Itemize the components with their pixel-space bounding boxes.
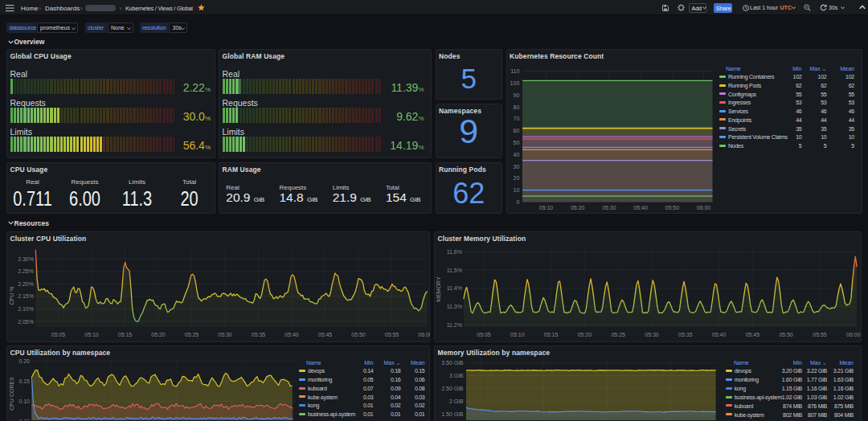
svg-text:05:20: 05:20	[578, 332, 592, 337]
svg-text:110: 110	[510, 68, 519, 74]
svg-text:2.05%: 2.05%	[18, 319, 34, 325]
svg-text:0.10: 0.10	[18, 399, 30, 404]
svg-text:11.5%: 11.5%	[447, 268, 462, 273]
svg-text:05:15: 05:15	[118, 332, 133, 337]
svg-text:2.25%: 2.25%	[18, 268, 34, 274]
svg-text:05:35: 05:35	[252, 332, 266, 337]
svg-text:05:25: 05:25	[611, 332, 625, 337]
svg-text:11.3%: 11.3%	[447, 304, 462, 309]
svg-text:11.2%: 11.2%	[447, 322, 462, 328]
svg-text:80: 80	[513, 104, 519, 109]
svg-text:05:50: 05:50	[665, 204, 679, 210]
svg-text:05:40: 05:40	[285, 332, 299, 337]
svg-text:06:00: 06:00	[696, 204, 710, 210]
svg-text:05:40: 05:40	[712, 332, 727, 337]
svg-text:40: 40	[513, 151, 519, 157]
svg-text:05:10: 05:10	[538, 204, 553, 210]
svg-text:05:50: 05:50	[351, 332, 366, 337]
svg-text:CPU CORES: CPU CORES	[9, 377, 14, 411]
svg-text:05:35: 05:35	[678, 332, 693, 337]
svg-text:0.20: 0.20	[18, 358, 30, 364]
svg-text:05:10: 05:10	[510, 332, 525, 337]
svg-text:05:15: 05:15	[544, 332, 559, 337]
svg-text:05:40: 05:40	[633, 204, 648, 210]
svg-text:11.4%: 11.4%	[447, 285, 462, 291]
svg-text:05:50: 05:50	[779, 332, 793, 337]
svg-text:05:55: 05:55	[385, 332, 399, 337]
svg-text:90: 90	[513, 92, 519, 97]
svg-text:11.6%: 11.6%	[447, 249, 462, 255]
svg-text:05:45: 05:45	[746, 332, 760, 337]
svg-text:05:25: 05:25	[185, 332, 199, 337]
svg-text:1.50 GiB: 1.50 GiB	[441, 411, 464, 417]
svg-text:2.50 GiB: 2.50 GiB	[441, 386, 464, 391]
svg-text:05:05: 05:05	[477, 332, 491, 337]
svg-text:05:30: 05:30	[218, 332, 232, 337]
svg-text:2.15%: 2.15%	[18, 293, 34, 299]
svg-text:05:10: 05:10	[84, 332, 99, 337]
svg-text:CPU %: CPU %	[9, 287, 14, 305]
svg-text:MEMORY: MEMORY	[436, 276, 441, 302]
svg-text:05:45: 05:45	[318, 332, 333, 337]
svg-text:2.20%: 2.20%	[18, 281, 34, 287]
svg-text:0.15: 0.15	[18, 378, 30, 384]
svg-text:0: 0	[516, 199, 519, 205]
svg-text:100: 100	[510, 80, 519, 85]
svg-text:20: 20	[513, 175, 519, 181]
svg-text:06:00: 06:00	[418, 332, 430, 337]
svg-text:10: 10	[513, 187, 519, 193]
svg-text:0.05: 0.05	[18, 419, 30, 420]
svg-text:05:30: 05:30	[602, 204, 616, 210]
svg-text:50: 50	[513, 139, 519, 145]
svg-text:06:00: 06:00	[846, 332, 861, 337]
svg-text:05:20: 05:20	[570, 204, 584, 210]
svg-text:05:05: 05:05	[51, 332, 66, 337]
svg-text:3 GiB: 3 GiB	[449, 373, 464, 378]
svg-text:70: 70	[513, 116, 519, 121]
svg-text:05:20: 05:20	[151, 332, 166, 337]
svg-text:2.30%: 2.30%	[18, 256, 34, 262]
svg-text:05:30: 05:30	[645, 332, 659, 337]
svg-text:30: 30	[513, 163, 519, 169]
svg-text:2 GiB: 2 GiB	[449, 399, 464, 404]
svg-text:60: 60	[513, 128, 519, 133]
svg-text:05:55: 05:55	[813, 332, 827, 337]
svg-text:2.10%: 2.10%	[18, 306, 34, 312]
svg-text:3.50 GiB: 3.50 GiB	[441, 360, 464, 366]
